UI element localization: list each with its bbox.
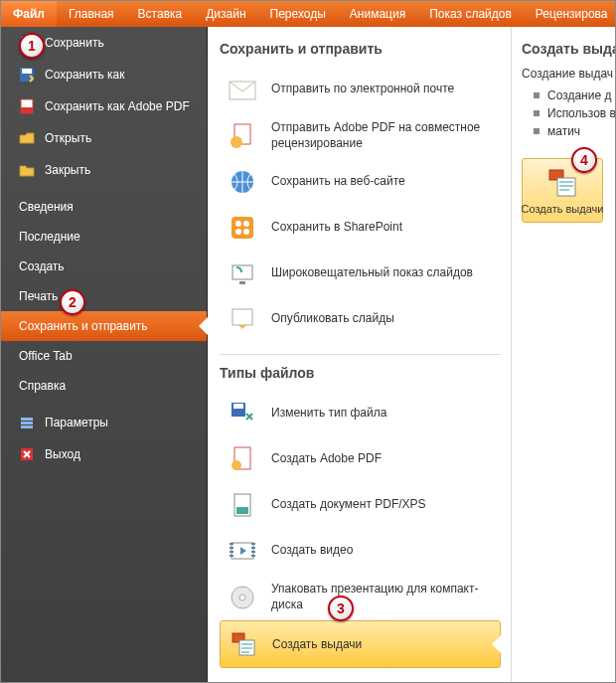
svg-point-19 bbox=[243, 229, 249, 235]
svg-rect-40 bbox=[559, 185, 573, 187]
cmd-create-pdf-xps[interactable]: Создать документ PDF/XPS bbox=[220, 482, 501, 528]
detail-bullet: Создание д bbox=[522, 86, 611, 104]
cmd-label: Создать видео bbox=[271, 543, 353, 559]
detail-desc: Создание выдач bbox=[522, 67, 611, 81]
cmd-label: Сохранить на веб-сайте bbox=[271, 174, 405, 190]
backstage-content: Сохранить и отправить Отправить по элект… bbox=[208, 27, 615, 682]
svg-rect-39 bbox=[559, 181, 573, 183]
cmd-save-web[interactable]: Сохранить на веб-сайте bbox=[220, 159, 501, 205]
ribbon-tab-insert[interactable]: Вставка bbox=[126, 1, 195, 27]
sidebar-item-label: Справка bbox=[19, 379, 189, 393]
ribbon-tab-home[interactable]: Главная bbox=[57, 1, 126, 27]
pdf-xps-icon bbox=[228, 490, 257, 520]
sidebar-item-save-as-pdf[interactable]: Сохранить как Adobe PDF bbox=[1, 90, 207, 122]
cmd-label: Отправить Adobe PDF на совместное реценз… bbox=[271, 120, 493, 151]
cmd-label: Изменить тип файла bbox=[271, 406, 386, 422]
cmd-package-cd[interactable]: Упаковать презентацию для компакт-диска bbox=[220, 574, 501, 620]
cmd-send-email[interactable]: Отправить по электронной почте bbox=[220, 67, 501, 112]
cmd-publish-slides[interactable]: Опубликовать слайды bbox=[220, 296, 501, 342]
cmd-broadcast[interactable]: Широковещательный показ слайдов bbox=[220, 251, 501, 296]
detail-title: Создать выдач bbox=[522, 41, 611, 57]
cmd-change-filetype[interactable]: Изменить тип файла bbox=[220, 391, 501, 436]
sidebar-item-label: Сохранить bbox=[45, 36, 189, 50]
section-title-save-send: Сохранить и отправить bbox=[220, 41, 501, 57]
detail-bullet: Использов выдачи bbox=[522, 104, 611, 122]
sidebar-item-office-tab[interactable]: Office Tab bbox=[1, 341, 207, 371]
folder-open-icon bbox=[19, 130, 35, 146]
sidebar-item-new[interactable]: Создать bbox=[1, 252, 207, 281]
sidebar-item-label: Создать bbox=[19, 259, 189, 273]
sidebar-item-label: Office Tab bbox=[19, 349, 189, 363]
handouts-icon bbox=[229, 629, 258, 659]
handouts-icon bbox=[546, 167, 578, 199]
sidebar-item-label: Закрыть bbox=[45, 163, 189, 177]
svg-rect-21 bbox=[239, 281, 245, 284]
svg-point-31 bbox=[239, 595, 245, 600]
svg-rect-35 bbox=[241, 647, 252, 649]
ribbon-tab-design[interactable]: Дизайн bbox=[194, 1, 257, 27]
options-icon bbox=[19, 415, 35, 430]
section-title-file-types: Типы файлов bbox=[220, 365, 501, 381]
sidebar-item-save-as[interactable]: Сохранить как bbox=[1, 59, 207, 90]
sidebar-item-open[interactable]: Открыть bbox=[1, 122, 207, 154]
sidebar-item-label: Последние bbox=[19, 230, 189, 244]
cmd-label: Создать документ PDF/XPS bbox=[271, 497, 426, 513]
sidebar-item-label: Сохранить как Adobe PDF bbox=[45, 99, 190, 113]
cmd-label: Широковещательный показ слайдов bbox=[271, 265, 473, 281]
exit-icon bbox=[19, 446, 35, 462]
cmd-create-handouts[interactable]: Создать выдачи bbox=[220, 620, 501, 668]
cmd-create-video[interactable]: Создать видео bbox=[220, 528, 501, 574]
sidebar-item-options[interactable]: Параметры bbox=[1, 407, 207, 438]
cmd-label: Упаковать презентацию для компакт-диска bbox=[271, 582, 493, 612]
cd-icon bbox=[228, 583, 257, 612]
sidebar-item-info[interactable]: Сведения bbox=[1, 192, 207, 222]
video-icon bbox=[228, 536, 257, 566]
cmd-label: Сохранить в SharePoint bbox=[271, 220, 402, 236]
sidebar-item-label: Сведения bbox=[19, 200, 189, 214]
svg-rect-36 bbox=[241, 651, 249, 653]
globe-icon bbox=[228, 167, 257, 197]
sidebar-item-save-send[interactable]: Сохранить и отправить bbox=[1, 311, 207, 341]
detail-panel: Создать выдач Создание выдач Создание д … bbox=[511, 27, 615, 682]
cmd-send-pdf-review[interactable]: Отправить Adobe PDF на совместное реценз… bbox=[220, 112, 501, 159]
pdf-gear-icon bbox=[228, 121, 257, 151]
ribbon: Файл Главная Вставка Дизайн Переходы Ани… bbox=[1, 1, 615, 27]
ribbon-tab-slideshow[interactable]: Показ слайдов bbox=[417, 1, 524, 27]
button-label: Создать выдачи bbox=[522, 203, 604, 216]
sidebar-item-print[interactable]: Печать bbox=[1, 281, 207, 311]
svg-rect-4 bbox=[22, 69, 32, 74]
pdf-icon bbox=[19, 98, 35, 114]
cmd-label: Создать выдачи bbox=[272, 637, 362, 653]
annotation-badge-3: 3 bbox=[328, 596, 354, 621]
ribbon-tab-transitions[interactable]: Переходы bbox=[258, 1, 338, 27]
cmd-create-adobe-pdf[interactable]: Создать Adobe PDF bbox=[220, 436, 501, 482]
sidebar-item-label: Сохранить и отправить bbox=[19, 319, 189, 333]
ribbon-tab-review[interactable]: Рецензирова bbox=[524, 1, 616, 27]
change-type-icon bbox=[228, 399, 257, 428]
svg-rect-7 bbox=[21, 418, 33, 421]
svg-rect-15 bbox=[231, 217, 253, 239]
ribbon-tab-animations[interactable]: Анимация bbox=[338, 1, 417, 27]
cmd-save-sharepoint[interactable]: Сохранить в SharePoint bbox=[220, 205, 501, 251]
svg-rect-24 bbox=[233, 404, 243, 409]
sidebar-item-exit[interactable]: Выход bbox=[1, 438, 207, 470]
cmd-label: Отправить по электронной почте bbox=[271, 82, 454, 97]
ribbon-tab-file[interactable]: Файл bbox=[1, 1, 57, 27]
svg-rect-6 bbox=[21, 107, 33, 113]
svg-rect-9 bbox=[21, 426, 33, 428]
sidebar-item-recent[interactable]: Последние bbox=[1, 222, 207, 252]
annotation-badge-2: 2 bbox=[60, 289, 85, 315]
sidebar-item-label: Печать bbox=[19, 289, 189, 303]
sidebar-item-label: Сохранить как bbox=[45, 68, 189, 82]
sidebar-item-close[interactable]: Закрыть bbox=[1, 154, 207, 186]
svg-rect-28 bbox=[236, 507, 248, 514]
svg-point-26 bbox=[231, 460, 241, 470]
publish-icon bbox=[228, 304, 257, 334]
sidebar-item-help[interactable]: Справка bbox=[1, 371, 207, 401]
mail-icon bbox=[228, 75, 257, 104]
svg-point-17 bbox=[243, 221, 249, 227]
pdf-icon bbox=[228, 444, 257, 474]
broadcast-icon bbox=[228, 258, 257, 288]
sidebar-item-label: Открыть bbox=[45, 131, 189, 145]
annotation-badge-4: 4 bbox=[571, 147, 597, 173]
